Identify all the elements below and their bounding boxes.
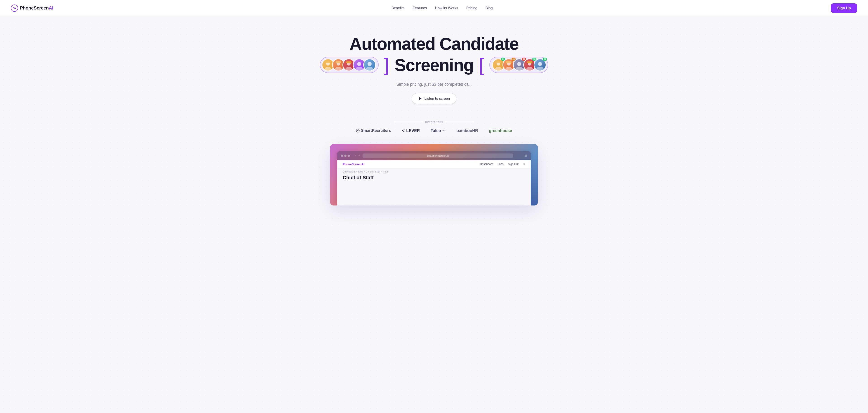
svg-rect-27	[525, 155, 527, 157]
taleo-logo: Taleo	[431, 128, 445, 133]
svg-point-1	[14, 7, 15, 9]
browser-section: ‹ › ↺ app.phonescreen.ai PhoneScreenAI D…	[0, 144, 868, 205]
bamboohr-logo: bambooHR	[456, 128, 478, 133]
app-logo-small: PhoneScreenAI	[343, 162, 364, 166]
integrations-logos: SmartRecruiters LEVER Taleo bambooHR gre…	[4, 128, 864, 133]
hero-section: Automated Candidate	[0, 16, 868, 113]
score-badge-5: 95	[543, 58, 547, 61]
nav-link-how-it-works[interactable]: How its Works	[435, 6, 458, 10]
listen-to-screen-button[interactable]: Listen to screen	[412, 93, 457, 104]
hero-subtitle: Simple pricing, just $3 per completed ca…	[4, 82, 864, 87]
browser-dots	[341, 155, 350, 157]
navigation: PhoneScreenAI Benefits Features How its …	[0, 0, 868, 16]
app-nav-signout[interactable]: Sign Out	[508, 162, 519, 166]
smartrecruiters-logo: SmartRecruiters	[356, 128, 391, 133]
svg-rect-3	[326, 62, 330, 63]
browser-toolbar: ‹ › ↺ app.phonescreen.ai	[337, 151, 531, 160]
browser-url-bar[interactable]: app.phonescreen.ai	[363, 154, 513, 158]
browser-reload: ↺	[358, 154, 360, 157]
bracket-right: [	[479, 56, 484, 74]
hero-title-line2: Screening	[395, 55, 473, 75]
browser-window: ‹ › ↺ app.phonescreen.ai PhoneScreenAI D…	[330, 144, 538, 205]
scored-avatar-5: 95	[534, 59, 546, 71]
logo-text-ai: AI	[49, 5, 53, 10]
play-icon	[418, 97, 422, 101]
signup-button[interactable]: Sign Up	[831, 3, 857, 13]
svg-point-17	[538, 62, 542, 66]
app-breadcrumb: Dashboard > Jobs > Chief of Staff > Paul	[337, 168, 531, 175]
svg-line-21	[402, 131, 404, 132]
svg-point-14	[517, 62, 521, 66]
svg-point-9	[368, 62, 372, 66]
app-nav-dashboard[interactable]: Dashboard	[480, 162, 493, 166]
svg-marker-18	[419, 97, 422, 100]
hero-title-line1: Automated Candidate	[4, 34, 864, 53]
listen-btn-label: Listen to screen	[425, 97, 450, 101]
logo-text-phone: PhoneScreen	[20, 5, 49, 10]
browser-dot-red	[341, 155, 343, 157]
lever-logo: LEVER	[402, 128, 420, 133]
svg-rect-5	[336, 61, 341, 63]
integrations-label: Integrations	[4, 120, 864, 124]
browser-chrome: ‹ › ↺ app.phonescreen.ai PhoneScreenAI D…	[337, 151, 531, 205]
nav-links: Benefits Features How its Works Pricing …	[392, 6, 493, 10]
browser-nav-arrows: ‹ › ↺	[352, 154, 360, 157]
app-nav: PhoneScreenAI Dashboard Jobs Sign Out ✕	[337, 160, 531, 168]
browser-share-icon	[524, 154, 527, 157]
svg-rect-7	[346, 61, 351, 63]
app-job-title: Chief of Staff	[337, 175, 531, 184]
svg-rect-16	[527, 61, 532, 63]
svg-point-22	[443, 130, 444, 131]
svg-rect-13	[506, 61, 512, 63]
browser-dot-green	[348, 155, 350, 157]
app-nav-links: Dashboard Jobs Sign Out ✕	[480, 162, 525, 166]
nav-link-features[interactable]: Features	[413, 6, 427, 10]
browser-forward: ›	[355, 154, 356, 157]
svg-line-20	[402, 130, 404, 131]
nav-link-pricing[interactable]: Pricing	[466, 6, 477, 10]
app-nav-close[interactable]: ✕	[523, 162, 525, 166]
bracket-left: ]	[384, 56, 389, 74]
logo[interactable]: PhoneScreenAI	[11, 4, 53, 12]
logo-icon	[11, 4, 18, 12]
svg-rect-11	[496, 62, 501, 63]
svg-point-8	[357, 62, 361, 66]
nav-link-blog[interactable]: Blog	[486, 6, 493, 10]
nav-link-benefits[interactable]: Benefits	[392, 6, 405, 10]
browser-gradient-bg: ‹ › ↺ app.phonescreen.ai PhoneScreenAI D…	[330, 144, 538, 205]
integrations-section: Integrations SmartRecruiters LEVER Taleo…	[0, 113, 868, 144]
greenhouse-logo: greenhouse	[489, 128, 512, 133]
browser-back: ‹	[352, 154, 353, 157]
app-nav-jobs[interactable]: Jobs	[498, 162, 503, 166]
browser-dot-yellow	[344, 155, 346, 157]
avatar-candidate-5	[363, 59, 376, 71]
browser-app-content: PhoneScreenAI Dashboard Jobs Sign Out ✕ …	[337, 160, 531, 205]
hero-title-row: ] Screening [ 84 41 32	[4, 55, 864, 75]
avatar-group-left	[320, 57, 379, 73]
avatar-group-right: 84 41 32 72	[489, 57, 548, 73]
